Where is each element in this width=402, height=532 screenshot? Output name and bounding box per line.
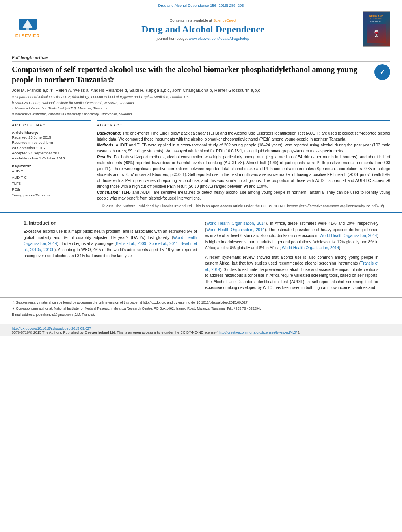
affil-b: b Mwanza Centre, National Institute for … bbox=[12, 100, 390, 106]
ref-who-2014-3[interactable]: World Health Organisation, 2014 bbox=[206, 228, 264, 232]
results-text: For both self-report methods, alcohol co… bbox=[97, 155, 390, 189]
keywords-label: Keywords: bbox=[12, 164, 91, 168]
journal-homepage-link[interactable]: www.elsevier.com/locate/drugalcdep bbox=[189, 36, 249, 41]
received-date: Received 23 June 2015 bbox=[12, 135, 91, 140]
affil-c: c Mwanza Intervention Trials Unit (MITU)… bbox=[12, 106, 390, 111]
conclusion-text: TLFB and AUDIT are sensitive measures to… bbox=[97, 190, 390, 200]
journal-cover-image: DRUG AND ALCOHOL DEPENDENCE 🍷 bbox=[363, 11, 390, 47]
background-text: The one-month Time Line Follow Back cale… bbox=[97, 131, 390, 141]
background-label: Background: bbox=[97, 131, 121, 135]
ref-francis-2014[interactable]: Francis et al., 2014 bbox=[205, 261, 378, 272]
body-section: 1. Introduction Excessive alcohol use is… bbox=[0, 212, 402, 294]
conclusion-label: Conclusion: bbox=[97, 190, 120, 195]
intro-para2: (World Health Organisation, 2014). In Af… bbox=[205, 221, 378, 251]
footer-license-link[interactable]: http://creativecommons.org/licenses/by-n… bbox=[219, 330, 297, 334]
received-revised-date: 23 September 2015 bbox=[12, 145, 91, 150]
journal-title-block: Contents lists available at ScienceDirec… bbox=[43, 18, 363, 41]
footnote-1: ☆ Supplementary material can be found by… bbox=[12, 300, 390, 305]
footnote-3: E-mail address: joelmfrancis@gmail.com (… bbox=[12, 312, 390, 317]
svg-rect-2 bbox=[26, 28, 29, 30]
history-label: Article history: bbox=[12, 130, 91, 135]
intro-para1: Excessive alcohol use is a major public … bbox=[24, 228, 197, 259]
keyword-audit: AUDIT bbox=[12, 168, 91, 174]
article-main-title: Comparison of self-reported alcohol use … bbox=[12, 64, 370, 85]
elsevier-logo: ELSEVIER bbox=[12, 19, 43, 40]
keyword-young-people: Young people Tanzania bbox=[12, 192, 91, 198]
intro-title: 1. Introduction bbox=[24, 221, 197, 226]
ref-who-2014-5[interactable]: World Health Organisation, 2014 bbox=[282, 246, 339, 250]
two-col-section: ARTICLE INFO Article history: Received 2… bbox=[0, 120, 402, 208]
contents-line: Contents lists available at ScienceDirec… bbox=[43, 18, 363, 22]
accepted-date: Accepted 24 September 2015 bbox=[12, 150, 91, 156]
article-title-row: Comparison of self-reported alcohol use … bbox=[12, 64, 390, 85]
article-section: Full length article Comparison of self-r… bbox=[0, 51, 402, 117]
intro-para3: A recent systematic review showed that a… bbox=[205, 254, 378, 291]
svg-text:✓: ✓ bbox=[380, 68, 385, 76]
footer-doi-link[interactable]: http://dx.doi.org/10.1016/j.drugalcdep.2… bbox=[12, 326, 91, 330]
keyword-audit-c: AUDIT-C bbox=[12, 174, 91, 180]
keywords-list: AUDIT AUDIT-C TLFB PEth Young people Tan… bbox=[12, 168, 91, 198]
body-col-left: 1. Introduction Excessive alcohol use is… bbox=[24, 221, 197, 294]
body-col-right: (World Health Organisation, 2014). In Af… bbox=[205, 221, 378, 294]
crossmark-badge: ✓ bbox=[374, 64, 390, 80]
elsevier-tree-svg bbox=[17, 19, 39, 33]
footer-doi: http://dx.doi.org/10.1016/j.drugalcdep.2… bbox=[12, 326, 390, 330]
journal-header: Drug and Alcohol Dependence 156 (2015) 2… bbox=[0, 0, 402, 51]
methods-text: AUDIT and TLFB were applied in a cross-s… bbox=[97, 143, 390, 153]
copyright-text: © 2015 The Authors. Published by Elsevie… bbox=[97, 204, 390, 208]
journal-homepage: journal homepage: www.elsevier.com/locat… bbox=[43, 36, 363, 41]
footer-bar: http://dx.doi.org/10.1016/j.drugalcdep.2… bbox=[0, 324, 402, 336]
elsevier-wordmark: ELSEVIER bbox=[15, 33, 40, 38]
sciencedirect-link[interactable]: ScienceDirect bbox=[213, 18, 236, 22]
ref-who-2014-2[interactable]: World Health Organisation, 2014 bbox=[206, 221, 266, 226]
affil-a: a Department of Infectious Disease Epide… bbox=[12, 95, 390, 100]
footnote-2: ∗ Corresponding author at: National Inst… bbox=[12, 306, 390, 311]
journal-doi: Drug and Alcohol Dependence 156 (2015) 2… bbox=[8, 3, 394, 7]
abstract-column: ABSTRACT Background: The one-month Time … bbox=[97, 120, 390, 208]
available-date: Available online 1 October 2015 bbox=[12, 156, 91, 161]
authors-line: Joel M. Francis a,b,∗, Helen A. Weiss a,… bbox=[12, 88, 390, 93]
methods-label: Methods: bbox=[97, 143, 114, 147]
page: Drug and Alcohol Dependence 156 (2015) 2… bbox=[0, 0, 402, 336]
results-label: Results: bbox=[97, 155, 112, 159]
article-type: Full length article bbox=[12, 55, 390, 62]
journal-main-title: Drug and Alcohol Dependence bbox=[43, 24, 363, 35]
received-revised-label: Received in revised form bbox=[12, 140, 91, 145]
abstract-text: Background: The one-month Time Line Foll… bbox=[97, 130, 390, 201]
body-two-col: 1. Introduction Excessive alcohol use is… bbox=[12, 221, 390, 294]
keyword-peth: PEth bbox=[12, 186, 91, 192]
footnote-section: ☆ Supplementary material can be found by… bbox=[0, 297, 402, 320]
ref-who-2014-4[interactable]: World Health Organisation, 2014 bbox=[320, 234, 377, 238]
footer-license: 0376-8716/© 2015 The Authors. Published … bbox=[12, 330, 390, 334]
article-info-column: ARTICLE INFO Article history: Received 2… bbox=[12, 120, 91, 208]
affil-d: d Karolinska Institutet, Karolinska Univ… bbox=[12, 112, 390, 117]
keyword-tlfb: TLFB bbox=[12, 180, 91, 186]
abstract-header: ABSTRACT bbox=[97, 123, 390, 127]
affiliations: a Department of Infectious Disease Epide… bbox=[12, 95, 390, 117]
article-info-header: ARTICLE INFO bbox=[12, 123, 91, 127]
